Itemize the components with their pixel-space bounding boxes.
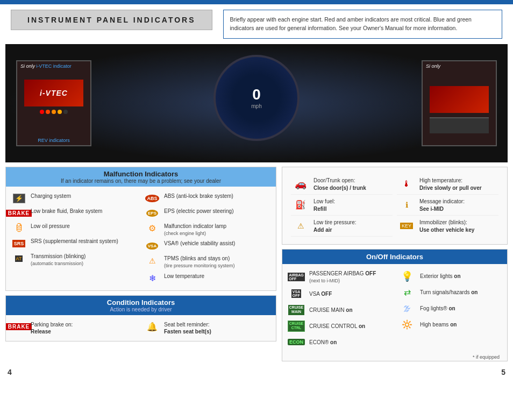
tpms-icon: ⚠ (144, 255, 161, 267)
message-icon: ℹ (397, 198, 416, 212)
footnote: * if equipped (282, 354, 507, 361)
onoff-econ: ECON ECON® on (287, 334, 392, 350)
engine-text: Malfunction indicator lamp (check engine… (164, 223, 226, 237)
high-temp-icon: 🌡 (397, 177, 416, 191)
speed-arc: 0 mph (213, 55, 300, 141)
oil-icon: 🛢 (10, 223, 27, 234)
eps-text: EPS (electric power steering) (164, 208, 234, 215)
onoff-highbeam-text: High beams on (420, 321, 457, 328)
immo-icon: KEY (397, 219, 416, 233)
page-title: INSTRUMENT PANEL INDICATORS (27, 16, 196, 24)
indicator-engine: ⚙ Malfunction indicator lamp (check engi… (144, 221, 272, 239)
warning-message: ℹ Message indicator: See i-MID (397, 196, 498, 216)
vtec-display: i-VTEC (24, 80, 83, 106)
description-text: Briefly appear with each engine start. R… (230, 16, 472, 31)
condition-title: Condition Indicators (9, 298, 273, 307)
dash-center: 0 mph (91, 55, 422, 152)
parking-brake-icon: BRAKE (10, 321, 27, 333)
indicator-vsa: VSA VSA® (vehicle stability assist) (144, 238, 272, 253)
indicator-oil: 🛢 Low oil pressure (10, 221, 138, 236)
indicator-srs: SRS SRS (supplemental restraint system) (10, 236, 138, 251)
cruise-control-icon: CRUISECTRL (287, 319, 306, 332)
onoff-left-col: AIRBAGOFF PASSENGER AIRBAG OFF (next to … (287, 268, 392, 351)
warning-door-text: Door/Trunk open: Close door(s) / trunk (314, 177, 366, 192)
highbeam-icon: 🔆 (397, 318, 417, 331)
onoff-right-col: 💡 Exterior lights on ⇄ Turn signals/haza… (397, 268, 503, 351)
door-icon: 🚗 (291, 177, 310, 191)
onoff-fog-text: Fog lights® on (420, 305, 455, 312)
oil-text: Low oil pressure (31, 223, 70, 230)
malfunction-title: Malfunction Indicators (9, 170, 273, 178)
indicator-tpms: ⚠ TPMS (blinks and stays on) (tire press… (144, 253, 272, 271)
page-numbers: 4 5 (0, 366, 513, 379)
cruise-main-icon: CRUISEMAIN (287, 303, 306, 316)
brake-icon: BRAKE (10, 208, 27, 219)
abs-text: ABS (anti-lock brake system) (164, 193, 233, 200)
indicator-seatbelt: 🔔 Seat belt reminder: Fasten seat belt(s… (144, 319, 272, 337)
onoff-cruise-control-text: CRUISE CONTROL on (309, 323, 365, 330)
parking-brake-text: Parking brake on: Release (31, 321, 73, 335)
warning-immo-text: Immobilizer (blinks): Use other vehicle … (419, 219, 474, 234)
onoff-airbag-text: PASSENGER AIRBAG OFF (next to i-MID) (309, 270, 376, 284)
warning-tire: ⚠ Low tire pressure: Add air (291, 217, 393, 237)
vsa-icon: VSA (144, 240, 161, 252)
onoff-cruise-main: CRUISEMAIN CRUISE MAIN on (287, 302, 392, 318)
vtec-indicator-label: i-VTEC indicator (36, 63, 72, 69)
indicator-temp-low: ❄ Low temperature (144, 271, 272, 286)
right-panel-si-label: Si only (426, 63, 440, 69)
onoff-box: On/Off Indicators AIRBAGOFF PASSENGER AI… (282, 249, 508, 362)
engine-icon: ⚙ (144, 223, 161, 234)
condition-box: Condition Indicators Action is needed by… (5, 295, 276, 341)
charging-icon: ⚡ (10, 193, 27, 204)
condition-subtitle: Action is needed by driver (9, 307, 273, 312)
malfunction-left-col: ⚡ Charging system BRAKE Low brake fluid,… (10, 191, 138, 286)
transmission-text: Transmission (blinking) (automatic trans… (31, 253, 86, 267)
warning-immo: KEY Immobilizer (blinks): Use other vehi… (397, 217, 498, 237)
warning-door: 🚗 Door/Trunk open: Close door(s) / trunk (291, 175, 393, 195)
dash-left-panel: Si only i-VTEC indicator i-VTEC REV indi… (16, 60, 91, 146)
onoff-cruise-main-text: CRUISE MAIN on (309, 307, 353, 314)
onoff-highbeam: 🔆 High beams on (397, 317, 503, 333)
onoff-vsa: VSAOFF VSA OFF (287, 286, 392, 302)
warning-fuel-text: Low fuel: Refill (314, 198, 335, 213)
srs-icon: SRS (10, 238, 27, 250)
seatbelt-icon: 🔔 (144, 321, 161, 333)
brake-text: Low brake fluid, Brake system (31, 208, 102, 215)
speed-unit: mph (251, 103, 261, 109)
indicator-abs: ABS ABS (anti-lock brake system) (144, 191, 272, 206)
warning-high-temp: 🌡 High temperature: Drive slowly or pull… (397, 175, 498, 195)
right-panels: 🚗 Door/Trunk open: Close door(s) / trunk… (282, 167, 508, 362)
warning-message-text: Message indicator: See i-MID (419, 198, 465, 213)
fuel-icon: ⛽ (291, 198, 310, 212)
onoff-title: On/Off Indicators (286, 253, 504, 261)
onoff-grid: AIRBAGOFF PASSENGER AIRBAG OFF (next to … (282, 264, 507, 355)
malfunction-box: Malfunction Indicators If an indicator r… (5, 167, 276, 291)
onoff-fog: 🌫 Fog lights® on (397, 301, 503, 317)
malfunction-header: Malfunction Indicators If an indicator r… (6, 167, 276, 187)
page-left: 4 (8, 368, 12, 376)
turn-signals-icon: ⇄ (397, 286, 417, 299)
vsa-off-icon: VSAOFF (287, 287, 306, 300)
seatbelt-text: Seat belt reminder: Fasten seat belt(s) (164, 321, 211, 335)
onoff-ext-lights-text: Exterior lights on (420, 273, 461, 280)
onoff-turn-signals-text: Turn signals/hazards on (420, 289, 478, 296)
rev-indicators-visual (40, 110, 68, 114)
header-area: INSTRUMENT PANEL INDICATORS Briefly appe… (0, 4, 513, 44)
condition-header: Condition Indicators Action is needed by… (6, 296, 276, 315)
srs-text: SRS (supplemental restraint system) (31, 238, 118, 245)
bottom-area: Malfunction Indicators If an indicator r… (0, 162, 513, 366)
malfunction-subtitle: If an indicator remains on, there may be… (9, 178, 273, 184)
title-box: INSTRUMENT PANEL INDICATORS (11, 10, 212, 30)
onoff-ext-lights: 💡 Exterior lights on (397, 268, 503, 284)
indicator-brake: BRAKE Low brake fluid, Brake system (10, 206, 138, 221)
dash-right-panel: Si only (422, 60, 497, 146)
temp-low-icon: ❄ (144, 273, 161, 284)
warning-grid: 🚗 Door/Trunk open: Close door(s) / trunk… (287, 172, 503, 240)
fog-icon: 🌫 (397, 302, 417, 315)
condition-grid: BRAKE Parking brake on: Release 🔔 Seat b… (6, 315, 276, 341)
tpms-text: TPMS (blinks and stays on) (tire pressur… (164, 255, 235, 269)
warning-high-temp-text: High temperature: Drive slowly or pull o… (419, 177, 482, 192)
airbag-off-icon: AIRBAGOFF (287, 270, 306, 283)
onoff-header: On/Off Indicators (282, 250, 507, 264)
eps-icon: EPS (144, 208, 161, 219)
